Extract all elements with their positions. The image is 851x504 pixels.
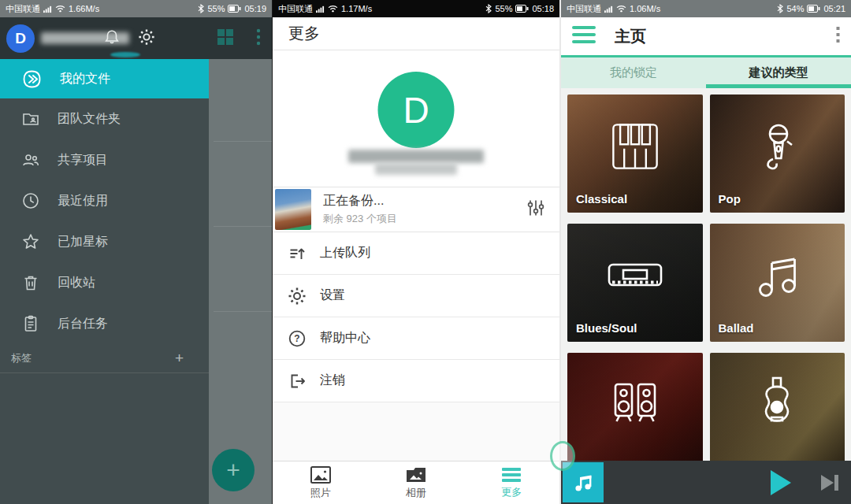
- tab-label: 相册: [406, 486, 426, 500]
- genre-card-guitar[interactable]: [710, 353, 845, 471]
- backup-status-row[interactable]: 正在备份... 剩余 923 个项目: [273, 187, 559, 232]
- genre-card-ballad[interactable]: Ballad: [710, 224, 845, 342]
- divider: [0, 372, 209, 373]
- genre-card-label: Classical: [576, 192, 627, 206]
- clock-icon: [21, 191, 40, 210]
- people-icon: [21, 150, 40, 169]
- grid-view-icon[interactable]: [217, 28, 234, 49]
- carrier-label: 中国联通: [278, 3, 313, 15]
- menu-item-settings[interactable]: 设置: [273, 275, 559, 317]
- net-speed-label: 1.17M/s: [341, 4, 372, 13]
- genre-card-grid: Classical Pop Blues/Soul Ballad: [561, 91, 851, 504]
- guitar-icon: [747, 375, 807, 435]
- genre-card-label: Pop: [719, 192, 741, 206]
- menu-item-label: 帮助中心: [320, 330, 370, 346]
- bottom-tab-bar: 照片 相册 更多: [273, 461, 559, 504]
- bluetooth-icon: [777, 4, 783, 13]
- tags-label: 标签: [11, 351, 32, 365]
- menu-item-logout[interactable]: 注销: [273, 360, 559, 402]
- drawer-item-shared-projects[interactable]: 共享项目: [0, 139, 209, 180]
- backup-thumbnail: [275, 189, 311, 230]
- avatar[interactable]: D: [378, 72, 455, 148]
- menu-item-upload-queue[interactable]: 上传队列: [273, 232, 559, 275]
- albums-icon: [406, 466, 426, 484]
- drawer-scrim[interactable]: +: [209, 59, 272, 504]
- menu-item-label: 设置: [320, 287, 345, 304]
- drawer-item-label: 共享项目: [58, 152, 108, 169]
- empty-area: [273, 402, 559, 461]
- piano-icon: [605, 119, 665, 174]
- tab-albums[interactable]: 相册: [368, 461, 463, 504]
- upload-queue-icon: [288, 244, 307, 263]
- menu-hamburger-icon[interactable]: [572, 26, 596, 46]
- screenshot-collage: 中国联通 1.66M/s 55% 05:19 D: [0, 0, 851, 504]
- music-note-icon: [572, 472, 594, 494]
- drawer-item-label: 回收站: [58, 275, 95, 291]
- overflow-menu-icon[interactable]: [836, 27, 840, 46]
- drawer-item-label: 我的文件: [60, 71, 110, 87]
- battery-percent-label: 55%: [495, 4, 512, 13]
- battery-percent-label: 55%: [207, 4, 225, 13]
- avatar[interactable]: D: [6, 24, 35, 53]
- tab-photos[interactable]: 照片: [273, 461, 368, 504]
- drawer-item-recent[interactable]: 最近使用: [0, 180, 209, 221]
- watermark-circle: [550, 441, 575, 471]
- active-tab-underline: [706, 84, 851, 88]
- status-bar: 中国联通 1.06M/s 54% 05:21: [561, 0, 851, 17]
- backup-title: 正在备份...: [323, 193, 515, 209]
- settings-gear-icon[interactable]: [138, 28, 155, 49]
- status-bar: 中国联通 1.17M/s 55% 05:18: [273, 0, 559, 17]
- wifi-icon: [616, 5, 626, 13]
- menu-item-help-center[interactable]: ? 帮助中心: [273, 317, 559, 360]
- star-icon: [21, 232, 40, 251]
- page-title: 主页: [615, 26, 817, 47]
- genre-card-classical[interactable]: Classical: [567, 94, 703, 213]
- signal-icon: [43, 5, 52, 13]
- overflow-menu-icon[interactable]: [256, 28, 261, 49]
- help-icon: ?: [288, 329, 307, 348]
- genre-card-label: Ballad: [719, 321, 754, 335]
- tab-label: 我的锁定: [610, 65, 657, 80]
- harmonica-icon: [604, 246, 666, 306]
- drawer-item-label: 已加星标: [58, 234, 108, 250]
- drawer-item-my-files[interactable]: 我的文件: [0, 59, 209, 98]
- tags-section-header: 标签 +: [0, 347, 209, 369]
- mini-player-bar: [561, 461, 851, 504]
- drawer-item-label: 最近使用: [58, 193, 108, 209]
- tab-my-locked[interactable]: 我的锁定: [561, 57, 706, 88]
- drawer-item-starred[interactable]: 已加星标: [0, 221, 209, 262]
- drawer-item-background-tasks[interactable]: 后台任务: [0, 303, 209, 344]
- backup-subtitle: 剩余 923 个项目: [323, 212, 515, 226]
- more-hamburger-icon: [501, 467, 522, 483]
- dimmed-row-divider: [214, 226, 272, 227]
- drawer-item-team-folders[interactable]: 团队文件夹: [0, 98, 209, 139]
- play-button[interactable]: [769, 469, 793, 496]
- battery-icon: [515, 5, 529, 13]
- genre-card-label: Blues/Soul: [576, 321, 637, 335]
- trash-icon: [21, 273, 40, 292]
- music-home-screen: 中国联通 1.06M/s 54% 05:21 主页 我的锁定 建议的类型 Cla…: [559, 0, 851, 504]
- genre-card-speakers[interactable]: [567, 353, 703, 471]
- tab-more[interactable]: 更多: [464, 461, 559, 504]
- carrier-label: 中国联通: [6, 3, 40, 15]
- profile-section: D: [273, 50, 559, 187]
- genre-card-pop[interactable]: Pop: [710, 94, 845, 213]
- battery-icon: [807, 5, 820, 13]
- settings-gear-icon: [288, 287, 307, 306]
- svg-text:?: ?: [294, 333, 299, 344]
- photos-icon: [310, 466, 331, 484]
- add-fab-button[interactable]: +: [212, 449, 255, 491]
- logout-icon: [288, 372, 307, 391]
- dimmed-row-divider: [214, 311, 272, 312]
- clock-label: 05:21: [823, 4, 845, 13]
- redacted-username-line2: [375, 163, 457, 175]
- drawer-item-trash[interactable]: 回收站: [0, 262, 209, 303]
- tab-label: 更多: [501, 485, 522, 499]
- backup-settings-sliders-icon[interactable]: [526, 198, 545, 220]
- add-tag-button[interactable]: +: [175, 350, 198, 367]
- genre-card-blues-soul[interactable]: Blues/Soul: [567, 224, 703, 342]
- cloud-drive-screen: 中国联通 1.66M/s 55% 05:19 D: [0, 0, 272, 504]
- skip-next-button[interactable]: [819, 472, 840, 493]
- notifications-bell-icon[interactable]: [103, 28, 121, 49]
- battery-icon: [228, 5, 241, 13]
